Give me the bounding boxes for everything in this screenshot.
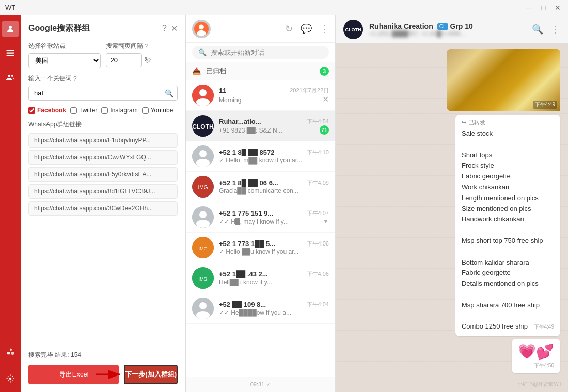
svg-point-12 [199,25,204,30]
archived-item[interactable]: 📥 已归档 3 [186,62,335,80]
chat-menu-icon[interactable]: ⋮ [551,24,560,35]
heart-emoji: 💗💕 [518,343,554,360]
chat-msg-0: Morning [219,96,241,104]
chat-item-2[interactable]: +52 1 8█ ██ 8572 下午4:10 ✓ Hello, m██ kno… [186,141,335,172]
youtube-checkbox-label[interactable]: Youtube [142,107,173,114]
chat-search: 🔍 [186,43,335,62]
chat-item-1[interactable]: CLOTH Ruhar...atio... 下午4:54 +91 9823 ██… [186,111,335,141]
dismiss-icon-0[interactable]: ✕ [322,94,329,104]
wa-link-2[interactable]: https://chat.whatsapp.com/F5y0rkvdtsEA..… [28,167,178,182]
svg-point-32 [199,302,207,309]
settings-icon[interactable] [2,370,19,387]
keyword-help-icon[interactable]: ? [73,75,77,83]
chat-item-content-0: 11 2021年7月22日 Morning ✕ [219,87,329,104]
chat-items: 📥 已归档 3 11 2021年7月22日 [186,62,335,377]
keyword-input[interactable] [28,86,178,101]
wa-link-0[interactable]: https://chat.whatsapp.com/F1ubqvlmyPP... [28,133,178,148]
menu-icon[interactable]: ⋮ [320,23,329,35]
panel-title: Google搜索群组 [28,23,90,34]
contacts-icon[interactable] [2,45,19,61]
archived-label: 已归档 [206,67,314,76]
app-title: WT [5,4,15,11]
panel-header-icons: ? ✕ [162,24,178,34]
facebook-checkbox[interactable] [28,107,35,114]
refresh-icon[interactable]: ↻ [285,23,293,35]
minimize-button[interactable]: ─ [524,3,534,13]
wa-label: WhatsApp群组链接 [28,120,178,129]
panel-close-icon[interactable]: ✕ [171,24,178,34]
chat-item-0[interactable]: 11 2021年7月22日 Morning ✕ [186,80,335,111]
svg-rect-3 [7,55,14,56]
keyword-search-icon[interactable]: 🔍 [165,89,173,97]
wa-link-1[interactable]: https://chat.whatsapp.com/CwzWYxLGQ... [28,150,178,165]
next-step-button[interactable]: 下一步(加入群组) [124,365,178,384]
close-button[interactable]: ✕ [553,3,563,13]
heart-message: 💗💕 下午4:50 [512,339,560,373]
youtube-checkbox[interactable] [142,107,149,114]
site-label: 选择谷歌站点 [28,42,101,51]
interval-help-icon[interactable]: ? [145,43,148,50]
chat-list-header: ↻ 💬 ⋮ [186,15,335,43]
twitter-checkbox-label[interactable]: Twitter [70,107,97,114]
maximize-button[interactable]: □ [538,3,548,13]
chat-msg-2: ✓ Hello, m██ know if you ar... [219,157,302,164]
search-icon: 🔍 [198,48,207,56]
youtube-label: Youtube [151,107,173,114]
msg-inline-time: 下午4:49 [534,324,554,330]
chat-header-name: Ruhanika Creation [369,22,433,30]
puzzle-icon[interactable] [2,344,19,360]
wa-link-3[interactable]: https://chat.whatsapp.com/8d1IGLTVC39J..… [28,184,178,199]
chat-item-top-3: +52 1 8█ ██ 06 6... 下午4:09 [219,179,329,187]
svg-point-13 [197,30,206,36]
chat-item-6[interactable]: IMG +52 1██ .43 2... 下午4:06 Hell██ i kno… [186,263,335,293]
chat-item-top-6: +52 1██ .43 2... 下午4:06 [219,270,329,278]
chat-item-content-1: Ruhar...atio... 下午4:54 +91 9823 ██: S&Z … [219,118,329,135]
chat-time-4: 下午4:07 [307,209,329,217]
keyword-input-wrap: 🔍 [28,86,178,101]
svg-point-21 [196,159,210,167]
chat-name-1: Ruhar...atio... [219,118,261,125]
wa-link-4[interactable]: https://chat.whatsapp.com/3CwDee2GHh... [28,201,178,216]
svg-point-5 [11,75,13,77]
svg-point-4 [8,75,11,77]
instagram-checkbox-label[interactable]: Instagram [101,107,137,114]
chat-time-7: 下午4:04 [307,301,329,308]
search-chat-icon[interactable]: 🔍 [532,24,543,35]
instagram-checkbox[interactable] [101,107,108,114]
user-icon[interactable] [2,21,19,37]
chat-item-7[interactable]: +52 ██ 109 8... 下午4:04 ✓✓ He████ow if yo… [186,293,335,324]
chat-item-5[interactable]: IMG +52 1 773 1██ 5... 下午4:06 ✓ Hello ██… [186,233,335,263]
app-container: Google搜索群组 ? ✕ 选择谷歌站点 美国 搜索翻页间隔 ? [0,15,568,392]
chat-search-input[interactable] [211,48,323,56]
chat-time-0: 2021年7月22日 [290,87,329,94]
chat-item-top-0: 11 2021年7月22日 [219,87,329,94]
chat-header-name-row: Ruhanika Creation CL Grp 10 [369,22,526,30]
svg-point-8 [9,378,12,380]
facebook-checkbox-label[interactable]: Facebook [28,107,66,114]
chat-time-5: 下午4:06 [307,240,329,248]
group-icon[interactable] [2,69,19,86]
search-result: 搜索完毕 结果: 154 [28,351,178,360]
chat-item-4[interactable]: +52 1 775 151 9... 下午4:07 ✓✓ H█, may i k… [186,202,335,233]
archived-badge: 3 [320,67,329,76]
chat-avatar-0 [192,85,214,106]
chat-avatar-7 [192,298,214,319]
chat-avatar-2 [192,145,214,167]
chat-search-inner: 🔍 [192,46,329,59]
chat-item-3[interactable]: IMG +52 1 8█ ██ 06 6... 下午4:09 Gracia██ … [186,172,335,202]
interval-input[interactable] [106,53,142,67]
forwarded-label: ↪ 已转发 [462,119,554,126]
chat-time-2: 下午4:10 [307,149,329,156]
help-icon[interactable]: ? [162,24,167,34]
svg-point-0 [9,26,12,29]
chat-list-icons: ↻ 💬 ⋮ [285,23,329,35]
site-select[interactable]: 美国 [28,53,101,68]
chat-msg-6: Hell██ i know if y... [219,279,272,286]
chat-badge-1: 71 [320,125,329,135]
message-icon[interactable]: 💬 [301,23,312,35]
chat-msg-row-0: Morning ✕ [219,94,329,104]
chat-name-0: 11 [219,87,226,94]
twitter-checkbox[interactable] [70,107,77,114]
svg-point-20 [199,150,207,157]
svg-text:CLOTH: CLOTH [192,123,213,130]
